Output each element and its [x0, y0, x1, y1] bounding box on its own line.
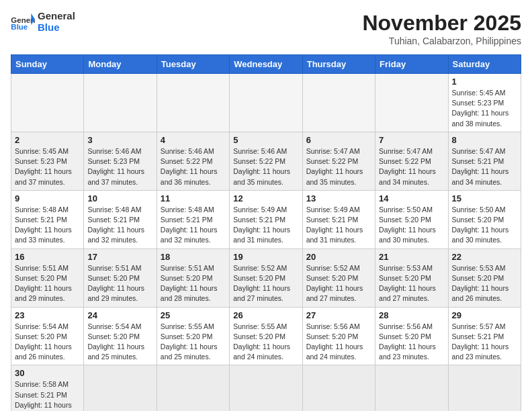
day-info: Sunrise: 5:47 AMSunset: 5:22 PMDaylight:…: [306, 146, 371, 187]
calendar-day-cell: [11, 74, 84, 132]
day-info: Sunrise: 5:58 AMSunset: 5:21 PMDaylight:…: [15, 379, 80, 411]
calendar-day-cell: 16Sunrise: 5:51 AMSunset: 5:20 PMDayligh…: [11, 248, 84, 307]
calendar-day-cell: 27Sunrise: 5:56 AMSunset: 5:20 PMDayligh…: [302, 307, 375, 365]
svg-text:Blue: Blue: [11, 23, 28, 31]
day-info: Sunrise: 5:46 AMSunset: 5:22 PMDaylight:…: [233, 146, 298, 187]
day-number: 23: [15, 310, 80, 320]
calendar-day-cell: [375, 365, 448, 411]
day-number: 15: [452, 193, 517, 203]
weekday-header-row: SundayMondayTuesdayWednesdayThursdayFrid…: [11, 55, 521, 74]
logo-icon: General Blue: [11, 12, 35, 32]
day-info: Sunrise: 5:54 AMSunset: 5:20 PMDaylight:…: [15, 322, 80, 363]
calendar-day-cell: [84, 74, 157, 132]
day-number: 28: [379, 310, 444, 320]
weekday-header-tuesday: Tuesday: [157, 55, 229, 74]
day-number: 14: [379, 193, 444, 203]
calendar-day-cell: 10Sunrise: 5:48 AMSunset: 5:21 PMDayligh…: [84, 190, 157, 248]
day-info: Sunrise: 5:49 AMSunset: 5:21 PMDaylight:…: [233, 205, 298, 246]
calendar-week-row: 2Sunrise: 5:45 AMSunset: 5:23 PMDaylight…: [11, 132, 521, 190]
day-info: Sunrise: 5:50 AMSunset: 5:20 PMDaylight:…: [452, 205, 517, 246]
day-info: Sunrise: 5:47 AMSunset: 5:21 PMDaylight:…: [452, 146, 517, 187]
calendar-table: SundayMondayTuesdayWednesdayThursdayFrid…: [11, 54, 521, 411]
calendar-day-cell: [375, 74, 448, 132]
day-info: Sunrise: 5:50 AMSunset: 5:20 PMDaylight:…: [379, 205, 444, 246]
day-number: 21: [379, 252, 444, 262]
day-number: 29: [452, 310, 517, 320]
page-header: General Blue General Blue November 2025 …: [11, 11, 521, 46]
day-info: Sunrise: 5:46 AMSunset: 5:22 PMDaylight:…: [161, 146, 226, 187]
calendar-day-cell: 1Sunrise: 5:45 AMSunset: 5:23 PMDaylight…: [448, 74, 521, 132]
day-number: 11: [161, 193, 226, 203]
calendar-day-cell: 19Sunrise: 5:52 AMSunset: 5:20 PMDayligh…: [230, 248, 302, 307]
day-number: 19: [233, 252, 298, 262]
calendar-day-cell: 8Sunrise: 5:47 AMSunset: 5:21 PMDaylight…: [448, 132, 521, 190]
day-number: 5: [233, 135, 298, 145]
calendar-day-cell: 21Sunrise: 5:53 AMSunset: 5:20 PMDayligh…: [375, 248, 448, 307]
calendar-day-cell: 3Sunrise: 5:46 AMSunset: 5:23 PMDaylight…: [84, 132, 157, 190]
day-info: Sunrise: 5:56 AMSunset: 5:20 PMDaylight:…: [379, 322, 444, 363]
day-number: 18: [161, 252, 226, 262]
day-number: 24: [87, 310, 152, 320]
weekday-header-sunday: Sunday: [11, 55, 84, 74]
calendar-day-cell: [157, 74, 229, 132]
day-info: Sunrise: 5:45 AMSunset: 5:23 PMDaylight:…: [452, 88, 517, 129]
calendar-day-cell: [230, 74, 302, 132]
day-info: Sunrise: 5:47 AMSunset: 5:22 PMDaylight:…: [379, 146, 444, 187]
day-info: Sunrise: 5:55 AMSunset: 5:20 PMDaylight:…: [233, 322, 298, 363]
day-info: Sunrise: 5:52 AMSunset: 5:20 PMDaylight:…: [306, 263, 371, 304]
day-info: Sunrise: 5:48 AMSunset: 5:21 PMDaylight:…: [161, 205, 226, 246]
weekday-header-saturday: Saturday: [448, 55, 521, 74]
calendar-day-cell: 15Sunrise: 5:50 AMSunset: 5:20 PMDayligh…: [448, 190, 521, 248]
day-info: Sunrise: 5:51 AMSunset: 5:20 PMDaylight:…: [161, 263, 226, 304]
calendar-day-cell: [230, 365, 302, 411]
calendar-day-cell: 14Sunrise: 5:50 AMSunset: 5:20 PMDayligh…: [375, 190, 448, 248]
calendar-day-cell: 11Sunrise: 5:48 AMSunset: 5:21 PMDayligh…: [157, 190, 229, 248]
calendar-day-cell: 18Sunrise: 5:51 AMSunset: 5:20 PMDayligh…: [157, 248, 229, 307]
calendar-day-cell: [157, 365, 229, 411]
calendar-day-cell: 28Sunrise: 5:56 AMSunset: 5:20 PMDayligh…: [375, 307, 448, 365]
location-subtitle: Tuhian, Calabarzon, Philippines: [362, 36, 521, 46]
calendar-day-cell: [84, 365, 157, 411]
day-info: Sunrise: 5:54 AMSunset: 5:20 PMDaylight:…: [87, 322, 152, 363]
calendar-week-row: 9Sunrise: 5:48 AMSunset: 5:21 PMDaylight…: [11, 190, 521, 248]
day-number: 13: [306, 193, 371, 203]
day-number: 8: [452, 135, 517, 145]
calendar-day-cell: [302, 365, 375, 411]
day-info: Sunrise: 5:45 AMSunset: 5:23 PMDaylight:…: [15, 146, 80, 187]
calendar-day-cell: 17Sunrise: 5:51 AMSunset: 5:20 PMDayligh…: [84, 248, 157, 307]
day-number: 12: [233, 193, 298, 203]
calendar-day-cell: 20Sunrise: 5:52 AMSunset: 5:20 PMDayligh…: [302, 248, 375, 307]
weekday-header-thursday: Thursday: [302, 55, 375, 74]
calendar-day-cell: 13Sunrise: 5:49 AMSunset: 5:21 PMDayligh…: [302, 190, 375, 248]
calendar-day-cell: [302, 74, 375, 132]
day-number: 1: [452, 77, 517, 87]
calendar-day-cell: 9Sunrise: 5:48 AMSunset: 5:21 PMDaylight…: [11, 190, 84, 248]
calendar-week-row: 23Sunrise: 5:54 AMSunset: 5:20 PMDayligh…: [11, 307, 521, 365]
weekday-header-monday: Monday: [84, 55, 157, 74]
weekday-header-friday: Friday: [375, 55, 448, 74]
day-number: 25: [161, 310, 226, 320]
calendar-day-cell: 22Sunrise: 5:53 AMSunset: 5:20 PMDayligh…: [448, 248, 521, 307]
logo-general-text: General: [38, 11, 75, 22]
calendar-day-cell: 23Sunrise: 5:54 AMSunset: 5:20 PMDayligh…: [11, 307, 84, 365]
logo-blue-text: Blue: [38, 22, 75, 34]
day-number: 6: [306, 135, 371, 145]
title-section: November 2025 Tuhian, Calabarzon, Philip…: [362, 11, 521, 46]
calendar-day-cell: 2Sunrise: 5:45 AMSunset: 5:23 PMDaylight…: [11, 132, 84, 190]
day-info: Sunrise: 5:49 AMSunset: 5:21 PMDaylight:…: [306, 205, 371, 246]
calendar-week-row: 16Sunrise: 5:51 AMSunset: 5:20 PMDayligh…: [11, 248, 521, 307]
day-number: 7: [379, 135, 444, 145]
calendar-week-row: 1Sunrise: 5:45 AMSunset: 5:23 PMDaylight…: [11, 74, 521, 132]
day-info: Sunrise: 5:52 AMSunset: 5:20 PMDaylight:…: [233, 263, 298, 304]
day-number: 16: [15, 252, 80, 262]
day-number: 4: [161, 135, 226, 145]
day-number: 20: [306, 252, 371, 262]
day-number: 22: [452, 252, 517, 262]
calendar-week-row: 30Sunrise: 5:58 AMSunset: 5:21 PMDayligh…: [11, 365, 521, 411]
calendar-day-cell: 29Sunrise: 5:57 AMSunset: 5:21 PMDayligh…: [448, 307, 521, 365]
calendar-day-cell: 30Sunrise: 5:58 AMSunset: 5:21 PMDayligh…: [11, 365, 84, 411]
calendar-day-cell: 6Sunrise: 5:47 AMSunset: 5:22 PMDaylight…: [302, 132, 375, 190]
day-info: Sunrise: 5:48 AMSunset: 5:21 PMDaylight:…: [87, 205, 152, 246]
calendar-day-cell: 12Sunrise: 5:49 AMSunset: 5:21 PMDayligh…: [230, 190, 302, 248]
calendar-day-cell: 7Sunrise: 5:47 AMSunset: 5:22 PMDaylight…: [375, 132, 448, 190]
